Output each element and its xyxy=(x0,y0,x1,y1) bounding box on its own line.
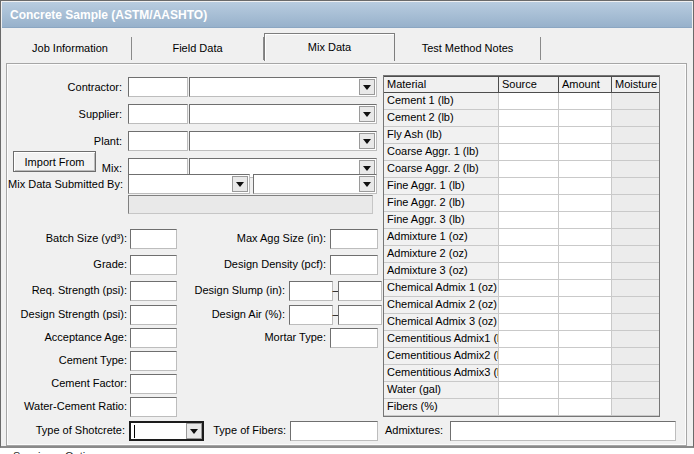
amount-cell[interactable] xyxy=(559,297,612,314)
tab-bar: Job Information Field Data Mix Data Test… xyxy=(1,32,694,61)
plant-combo[interactable] xyxy=(189,131,377,151)
source-cell[interactable] xyxy=(499,314,559,331)
amount-cell[interactable] xyxy=(559,178,612,195)
source-cell[interactable] xyxy=(499,93,559,110)
source-cell[interactable] xyxy=(499,229,559,246)
source-cell[interactable] xyxy=(499,263,559,280)
source-cell[interactable] xyxy=(499,297,559,314)
amount-cell[interactable] xyxy=(559,399,612,416)
acceptance-age-input[interactable] xyxy=(130,328,177,348)
cement-type-input[interactable] xyxy=(130,351,177,371)
design-slump-min-input[interactable] xyxy=(289,281,333,301)
contractor-dropdown-button[interactable] xyxy=(359,79,375,95)
source-cell[interactable] xyxy=(499,144,559,161)
type-of-fibers-input[interactable] xyxy=(290,421,378,441)
source-cell[interactable] xyxy=(499,382,559,399)
source-cell[interactable] xyxy=(499,127,559,144)
amount-cell[interactable] xyxy=(559,382,612,399)
amount-cell[interactable] xyxy=(559,212,612,229)
moisture-cell xyxy=(612,195,659,212)
water-cement-ratio-input[interactable] xyxy=(130,397,177,417)
amount-cell[interactable] xyxy=(559,161,612,178)
design-density-input[interactable] xyxy=(330,255,378,275)
source-cell[interactable] xyxy=(499,161,559,178)
design-air-max-input[interactable] xyxy=(338,305,382,325)
chevron-down-icon xyxy=(363,166,371,171)
material-cell: Chemical Admix 2 (oz) xyxy=(384,297,499,314)
source-cell[interactable] xyxy=(499,212,559,229)
amount-cell[interactable] xyxy=(559,127,612,144)
type-of-shotcrete-dropdown-button[interactable] xyxy=(186,423,202,439)
chevron-down-icon xyxy=(363,139,371,144)
plant-dropdown-button[interactable] xyxy=(359,133,375,149)
grade-input[interactable] xyxy=(130,255,177,275)
source-cell[interactable] xyxy=(499,399,559,416)
type-of-shotcrete-label: Type of Shotcrete: xyxy=(36,423,125,438)
admixtures-input[interactable] xyxy=(450,421,676,441)
contractor-combo[interactable] xyxy=(189,77,377,97)
table-row: Fly Ash (lb) xyxy=(384,127,659,144)
req-strength-label: Req. Strength (psi): xyxy=(32,283,127,298)
batch-size-label: Batch Size (yd³): xyxy=(46,231,127,246)
source-cell[interactable] xyxy=(499,348,559,365)
material-cell: Fine Aggr. 2 (lb) xyxy=(384,195,499,212)
mix-combo-value xyxy=(193,161,357,175)
source-cell[interactable] xyxy=(499,331,559,348)
amount-cell[interactable] xyxy=(559,110,612,127)
tab-mix-data[interactable]: Mix Data xyxy=(264,33,395,61)
source-cell[interactable] xyxy=(499,246,559,263)
clipped-section-label: Specimen Options xyxy=(13,450,103,454)
amount-cell[interactable] xyxy=(559,263,612,280)
tab-job-information[interactable]: Job Information xyxy=(9,37,132,60)
amount-cell[interactable] xyxy=(559,144,612,161)
source-cell[interactable] xyxy=(499,178,559,195)
moisture-cell xyxy=(612,110,659,127)
amount-cell[interactable] xyxy=(559,280,612,297)
import-from-button[interactable]: Import From xyxy=(13,151,96,172)
material-cell: Cementitious Admix2 (lb xyxy=(384,348,499,365)
design-slump-max-input[interactable] xyxy=(338,281,382,301)
table-header-row: Material Source Amount Moisture xyxy=(384,76,659,93)
material-cell: Coarse Aggr. 2 (lb) xyxy=(384,161,499,178)
batch-size-input[interactable] xyxy=(130,229,177,249)
design-air-label: Design Air (%): xyxy=(212,307,285,322)
plant-code-input[interactable] xyxy=(128,131,188,151)
design-strength-input[interactable] xyxy=(130,305,177,325)
type-of-shotcrete-combo[interactable] xyxy=(129,421,204,441)
type-of-shotcrete-value xyxy=(134,425,183,439)
moisture-cell xyxy=(612,297,659,314)
source-cell[interactable] xyxy=(499,195,559,212)
amount-cell[interactable] xyxy=(559,195,612,212)
source-cell[interactable] xyxy=(499,110,559,127)
amount-cell[interactable] xyxy=(559,348,612,365)
supplier-dropdown-button[interactable] xyxy=(359,106,375,122)
source-cell[interactable] xyxy=(499,365,559,382)
design-air-min-input[interactable] xyxy=(289,305,333,325)
amount-cell[interactable] xyxy=(559,93,612,110)
source-cell[interactable] xyxy=(499,280,559,297)
amount-cell[interactable] xyxy=(559,229,612,246)
tab-field-data[interactable]: Field Data xyxy=(132,37,264,60)
cement-factor-input[interactable] xyxy=(130,374,177,394)
moisture-cell xyxy=(612,365,659,382)
amount-cell[interactable] xyxy=(559,314,612,331)
submitted-by-1-dropdown-button[interactable] xyxy=(232,176,248,192)
moisture-cell xyxy=(612,127,659,144)
supplier-code-input[interactable] xyxy=(128,104,188,124)
supplier-combo[interactable] xyxy=(189,104,377,124)
material-cell: Fibers (%) xyxy=(384,399,499,416)
max-agg-size-input[interactable] xyxy=(330,229,378,249)
amount-cell[interactable] xyxy=(559,365,612,382)
submitted-by-2-dropdown-button[interactable] xyxy=(359,176,375,192)
req-strength-input[interactable] xyxy=(130,281,177,301)
moisture-cell xyxy=(612,144,659,161)
moisture-cell xyxy=(612,93,659,110)
mortar-type-input[interactable] xyxy=(330,328,378,348)
contractor-code-input[interactable] xyxy=(128,77,188,97)
tab-test-method-notes[interactable]: Test Method Notes xyxy=(395,37,541,60)
submitted-by-combo-1[interactable] xyxy=(128,174,250,194)
moisture-cell xyxy=(612,229,659,246)
amount-cell[interactable] xyxy=(559,246,612,263)
submitted-by-combo-2[interactable] xyxy=(253,174,377,194)
amount-cell[interactable] xyxy=(559,331,612,348)
